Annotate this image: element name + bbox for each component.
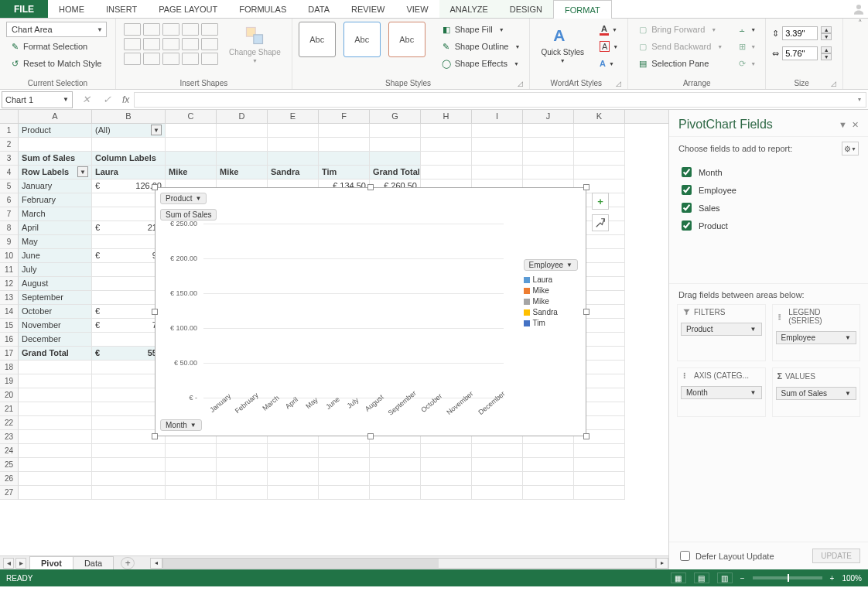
col-header[interactable]: J [523,110,574,123]
area-item[interactable]: Product▼ [681,323,762,336]
cell[interactable]: Tim [319,166,370,179]
formula-enter-icon[interactable]: ✓ [97,94,118,105]
gear-icon[interactable]: ⚙▼ [842,142,859,156]
pane-dropdown-icon[interactable]: ▼ [839,120,847,129]
cell[interactable] [217,152,268,166]
row-header[interactable]: 9 [0,235,19,249]
chart-axis-chip[interactable]: Month▼ [160,419,202,431]
cell[interactable]: Mike [166,166,217,179]
cell[interactable] [166,152,217,166]
file-tab[interactable]: FILE [0,0,48,18]
row-header[interactable]: 23 [0,430,19,444]
cell[interactable] [574,138,625,152]
area-item[interactable]: Employee▼ [776,331,857,344]
shape-fill-button[interactable]: ◧Shape Fill▼ [438,22,524,37]
sheet-nav-next-icon[interactable]: ▸ [15,558,26,569]
shape-effects-button[interactable]: ◯Shape Effects▼ [438,56,524,71]
cell[interactable] [92,472,166,486]
cell[interactable] [19,486,92,500]
cell[interactable] [421,472,472,486]
chart-plot-area[interactable]: € -€ 50.00€ 100.00€ 150.00€ 200.00€ 250.… [160,224,581,416]
defer-layout-checkbox[interactable]: Defer Layout Update [677,549,774,563]
cell[interactable] [523,152,574,166]
cell[interactable] [472,166,523,179]
change-shape-button[interactable]: Change Shape ▼ [224,22,285,67]
cell[interactable] [472,458,523,472]
cell[interactable] [217,458,268,472]
cell[interactable] [370,444,421,458]
cell[interactable] [523,444,574,458]
row-header[interactable]: 3 [0,152,19,166]
cell[interactable]: May [19,235,92,249]
cell[interactable]: Sum of Sales [19,152,92,166]
cell[interactable] [574,458,625,472]
cell[interactable] [574,444,625,458]
cell[interactable] [19,361,92,374]
tab-analyze[interactable]: ANALYZE [439,0,499,18]
cell[interactable] [166,486,217,500]
tab-design[interactable]: DESIGN [499,0,553,18]
cell[interactable] [574,124,625,138]
row-header[interactable]: 6 [0,193,19,207]
row-header[interactable]: 27 [0,486,19,500]
cell[interactable] [217,124,268,138]
ribbon-collapse-icon[interactable]: ˄ [853,19,868,89]
tab-home[interactable]: HOME [48,0,95,18]
cell[interactable]: Row Labels▼ [19,166,92,179]
cell[interactable] [472,152,523,166]
name-box[interactable]: Chart 1 ▼ [2,91,73,108]
field-checkbox[interactable] [682,167,692,177]
text-outline-button[interactable]: A▼ [596,39,621,54]
cell[interactable] [217,472,268,486]
col-header[interactable]: A [19,110,92,123]
tab-formulas[interactable]: FORMULAS [228,0,297,18]
cell[interactable] [319,472,370,486]
zoom-value[interactable]: 100% [842,574,862,583]
cell[interactable] [319,152,370,166]
shapes-gallery[interactable] [122,22,220,67]
align-button[interactable]: ⫠▼ [733,22,759,37]
cell[interactable] [166,458,217,472]
style-preset[interactable]: Abc [343,22,381,57]
cell[interactable] [319,444,370,458]
cell[interactable] [92,444,166,458]
pagelayout-view-icon[interactable]: ▤ [694,573,709,583]
resize-handle[interactable] [367,184,374,190]
col-header[interactable]: C [166,110,217,123]
tab-format[interactable]: FORMAT [553,0,612,19]
cell[interactable]: September [19,291,92,305]
legend-item[interactable]: Mike [524,286,578,295]
field-checkbox[interactable] [682,203,692,213]
expand-formula-icon[interactable]: ▾ [853,92,866,108]
cell[interactable] [421,458,472,472]
row-header[interactable]: 5 [0,179,19,193]
cell[interactable] [319,124,370,138]
cell[interactable]: April [19,221,92,235]
cell[interactable] [319,458,370,472]
cell[interactable]: October [19,305,92,319]
resize-handle[interactable] [583,433,589,439]
col-header[interactable]: F [319,110,370,123]
cell[interactable] [19,430,92,444]
cell[interactable]: Grand Total [370,166,421,179]
zoom-out-icon[interactable]: − [740,574,745,583]
shape-style-gallery[interactable]: Abc Abc Abc [299,22,425,57]
group-button[interactable]: ⊞▼ [733,39,759,54]
cell[interactable]: February [19,193,92,207]
cell[interactable] [523,458,574,472]
cell[interactable] [472,472,523,486]
cell[interactable] [268,472,319,486]
cell[interactable] [268,458,319,472]
cell[interactable] [421,166,472,179]
cell[interactable]: November [19,319,92,333]
dialog-launcher-icon[interactable]: ◿ [831,80,836,87]
add-sheet-button[interactable]: + [121,557,135,569]
cell[interactable] [472,486,523,500]
col-header[interactable]: B [92,110,166,123]
field-item[interactable]: Sales [678,199,859,217]
row-header[interactable]: 10 [0,249,19,263]
area-filters[interactable]: FILTERS Product▼ [677,304,766,361]
text-effects-button[interactable]: A▼ [596,56,621,71]
cell[interactable] [421,124,472,138]
resize-handle[interactable] [583,184,589,190]
